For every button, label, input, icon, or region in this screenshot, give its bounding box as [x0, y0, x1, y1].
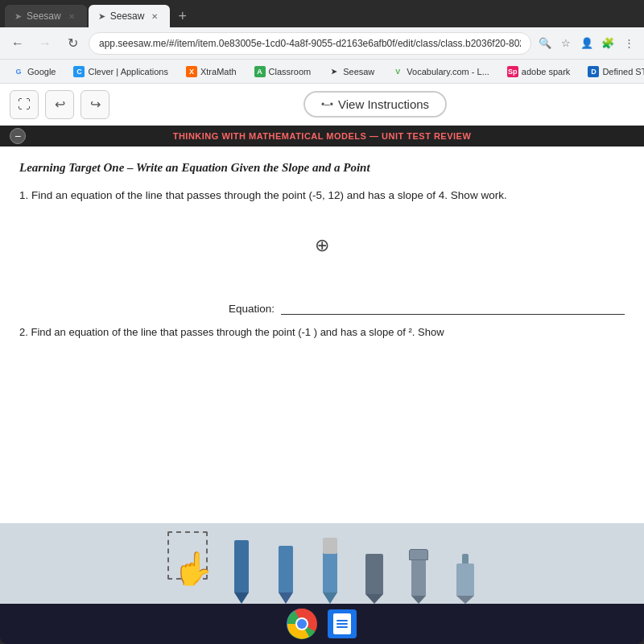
bookmark-xtramath[interactable]: X XtraMath	[180, 64, 243, 79]
bookmark-label-xtramath: XtraMath	[200, 67, 237, 76]
pencil-body-2	[279, 546, 293, 592]
address-input[interactable]	[89, 32, 531, 55]
docs-icon-shape	[328, 609, 357, 638]
bookmark-label-seesaw: Seesaw	[343, 67, 374, 76]
pencil-tip-1	[234, 592, 249, 604]
bookmark-seesaw[interactable]: ➤ Seesaw	[322, 64, 381, 79]
bookmarks-bar: G Google C Clever | Applications X XtraM…	[0, 60, 644, 84]
docs-taskbar-icon[interactable]	[327, 609, 357, 639]
crosshair-area: ⊕	[19, 213, 625, 278]
bookmark-adobe[interactable]: Sp adobe spark	[501, 64, 577, 79]
equation-underline	[281, 302, 625, 315]
hand-cursor-icon: 👆	[173, 550, 213, 588]
pointer-tool[interactable]: 👆	[155, 523, 220, 604]
expand-icon: ⛶	[18, 97, 31, 112]
tab-active-seesaw[interactable]: ➤ Seesaw ✕	[89, 5, 171, 27]
forward-button[interactable]: →	[34, 32, 56, 55]
back-button[interactable]: ←	[6, 32, 29, 55]
seesaw-bm-icon: ➤	[328, 66, 340, 77]
chrome-svg	[287, 609, 317, 639]
pencil-tip-2	[279, 592, 293, 604]
reload-button[interactable]: ↻	[61, 32, 84, 55]
pencil-clip-3	[323, 538, 337, 554]
bookmark-label-clever: Clever | Applications	[88, 67, 167, 76]
pencil-body-6	[456, 564, 474, 596]
pencil-tip-5	[411, 596, 426, 604]
docs-line-1	[336, 620, 348, 621]
defined-stem-icon: D	[588, 66, 599, 77]
undo-button[interactable]: ↩	[45, 90, 74, 119]
adobe-icon: Sp	[507, 66, 518, 77]
pencil-tool-4[interactable]	[353, 523, 397, 604]
pencil-cap-5	[409, 549, 428, 560]
tab-inactive-seesaw[interactable]: ➤ Seesaw ✕	[5, 5, 87, 27]
vocab-icon: V	[392, 66, 403, 77]
more-options-icon[interactable]: ⋮	[620, 35, 638, 52]
bookmark-classroom[interactable]: A Classroom	[248, 64, 318, 79]
expand-button[interactable]: ⛶	[10, 90, 39, 119]
question-2-text: 2. Find an equation of the line that pas…	[19, 321, 625, 343]
view-instructions-button[interactable]: •–• View Instructions	[303, 91, 447, 118]
pencil-tip-6	[456, 596, 474, 604]
bookmark-label-google: Google	[27, 67, 56, 76]
pencil-body-5	[411, 560, 426, 596]
bookmark-clever[interactable]: C Clever | Applications	[67, 64, 174, 79]
view-instructions-label: View Instructions	[338, 97, 429, 111]
search-icon[interactable]: 🔍	[536, 35, 554, 52]
pencil-body-1	[234, 540, 249, 592]
taskbar	[0, 604, 644, 644]
question-1-text: 1. Find an equation of the line that pas…	[19, 188, 625, 204]
profile-icon[interactable]: 👤	[578, 35, 596, 52]
chrome-icon-shape	[287, 609, 317, 639]
bookmark-vocabulary[interactable]: V Vocabulary.com - L...	[386, 64, 496, 79]
seesaw-toolbar: ⛶ ↩ ↪ •–• View Instructions	[0, 84, 644, 126]
address-icons: 🔍 ☆ 👤 🧩 ⋮	[536, 35, 638, 52]
address-bar-row: ← → ↻ 🔍 ☆ 👤 🧩 ⋮	[0, 27, 644, 60]
pencil-toolbar: 👆	[0, 523, 644, 604]
inactive-tab-label: Seesaw	[27, 10, 61, 22]
bookmark-label-classroom: Classroom	[269, 67, 312, 76]
classroom-icon: A	[254, 66, 266, 77]
bookmark-star-icon[interactable]: ☆	[557, 35, 575, 52]
active-tab-icon: ➤	[98, 11, 105, 22]
inactive-tab-icon: ➤	[14, 11, 22, 22]
chrome-taskbar-icon[interactable]	[287, 609, 317, 639]
google-icon: G	[13, 66, 24, 77]
bookmark-label-vocabulary: Vocabulary.com - L...	[407, 67, 489, 76]
pencil-top-cap-6	[462, 554, 469, 564]
docs-paper	[333, 613, 351, 634]
redo-button[interactable]: ↪	[80, 90, 109, 119]
redo-icon: ↪	[90, 97, 101, 112]
question-2-content: 2. Find an equation of the line that pas…	[19, 326, 444, 338]
new-tab-button[interactable]: +	[171, 5, 193, 27]
active-tab-label: Seesaw	[110, 10, 145, 22]
tab-close-active[interactable]: ✕	[149, 10, 160, 22]
pencil-tool-1[interactable]	[220, 523, 264, 604]
header-band-text: Thinking With Mathematical Models — Unit…	[173, 131, 472, 141]
bookmark-defined-stem[interactable]: D Defined STM Zool...	[581, 64, 644, 79]
bookmark-label-adobe: adobe spark	[522, 67, 571, 76]
pencil-tool-2[interactable]	[264, 523, 308, 604]
equation-row: Equation:	[19, 302, 625, 315]
pencil-body-4	[365, 554, 383, 594]
xtramath-icon: X	[186, 66, 197, 77]
dark-header-band: − Thinking With Mathematical Models — Un…	[0, 126, 644, 147]
tab-close-inactive[interactable]: ✕	[66, 10, 77, 22]
collapse-button[interactable]: −	[10, 128, 26, 144]
tab-bar: ➤ Seesaw ✕ ➤ Seesaw ✕ +	[0, 0, 644, 27]
bookmark-google[interactable]: G Google	[6, 64, 62, 79]
pencil-tip-4	[365, 594, 383, 604]
undo-icon: ↩	[55, 97, 65, 112]
pencil-tool-6[interactable]	[441, 523, 489, 604]
extension-icon[interactable]: 🧩	[599, 35, 617, 52]
pencil-tool-5[interactable]	[397, 523, 441, 604]
docs-line-3	[336, 626, 348, 628]
pencil-tip-3	[323, 592, 337, 604]
pencil-tool-3[interactable]	[308, 523, 353, 604]
equation-label: Equation:	[229, 303, 275, 315]
clever-icon: C	[73, 66, 85, 77]
docs-line-2	[336, 623, 348, 625]
seesaw-dot-icon: •–•	[321, 99, 333, 110]
learning-target-heading: Learning Target One – Write an Equation …	[19, 161, 625, 175]
content-area: Learning Target One – Write an Equation …	[0, 147, 644, 523]
